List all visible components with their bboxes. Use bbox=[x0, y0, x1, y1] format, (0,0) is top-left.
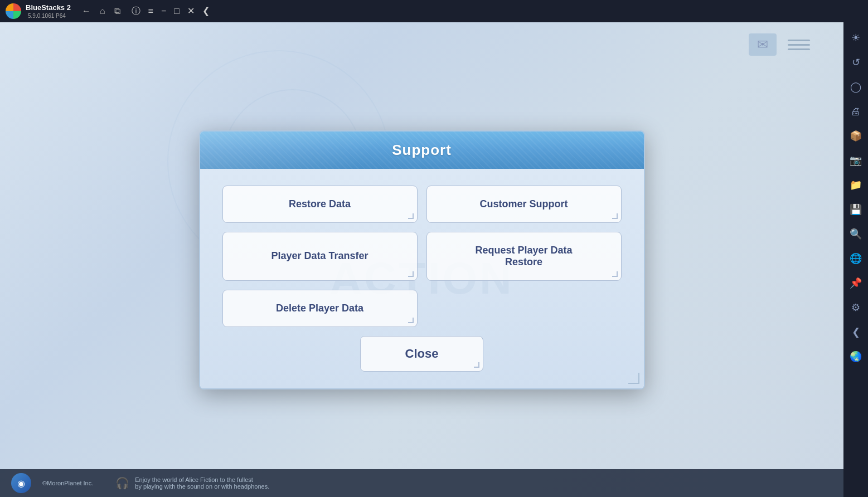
company-label: ©MoronPlanet Inc. bbox=[42, 480, 93, 486]
windows-icon[interactable]: ⧉ bbox=[114, 6, 120, 16]
customer-support-button[interactable]: Customer Support bbox=[426, 186, 622, 223]
close-button-row: Close bbox=[222, 336, 622, 372]
close-dialog-button[interactable]: Close bbox=[360, 336, 484, 372]
sidebar-icon-printer[interactable]: 🖨 bbox=[846, 101, 866, 121]
sidebar-icon-globe2[interactable]: 🌏 bbox=[846, 347, 866, 367]
buttons-grid: Restore Data Customer Support Player Dat… bbox=[222, 186, 622, 327]
dialog-overlay: Support ACTION Restore Data Customer Sup… bbox=[0, 22, 843, 497]
sidebar-icon-globe[interactable]: 🌐 bbox=[846, 248, 866, 269]
bottom-bar: ◉ ©MoronPlanet Inc. 🎧 Enjoy the world of… bbox=[0, 469, 843, 497]
app-logo bbox=[6, 3, 21, 19]
sidebar-icon-arrow[interactable]: ❮ bbox=[846, 322, 866, 342]
help-button[interactable]: ⓘ bbox=[132, 7, 140, 16]
nav-controls: ← ⌂ ⧉ bbox=[82, 6, 120, 16]
window-controls: ⓘ ≡ − □ ✕ ❮ bbox=[132, 7, 210, 16]
collapse-button[interactable]: ❮ bbox=[202, 7, 210, 16]
back-icon[interactable]: ← bbox=[82, 6, 91, 16]
right-sidebar: ☀ ↺ ◯ 🖨 📦 📷 📁 💾 🔍 🌐 📌 ⚙ ❮ 🌏 bbox=[843, 22, 868, 497]
sidebar-icon-camera[interactable]: 📷 bbox=[846, 150, 866, 170]
dialog-corner-br bbox=[628, 373, 639, 384]
sidebar-icon-1[interactable]: ☀ bbox=[846, 28, 866, 48]
sidebar-icon-disk[interactable]: 💾 bbox=[846, 199, 866, 220]
sidebar-icon-settings[interactable]: ⚙ bbox=[846, 298, 866, 318]
title-bar: BlueStacks 2 5.9.0.1061 P64 ← ⌂ ⧉ ⓘ ≡ − … bbox=[0, 0, 868, 22]
sidebar-icon-search[interactable]: 🔍 bbox=[846, 224, 866, 244]
close-button-titlebar[interactable]: ✕ bbox=[187, 7, 195, 16]
headphone-icon: 🎧 bbox=[115, 476, 129, 490]
dialog-body: ACTION Restore Data Customer Support Pla… bbox=[200, 169, 644, 388]
maximize-button[interactable]: □ bbox=[174, 7, 180, 16]
support-dialog: Support ACTION Restore Data Customer Sup… bbox=[199, 130, 645, 389]
headphone-section: 🎧 Enjoy the world of Alice Fiction to th… bbox=[115, 476, 269, 490]
app-name: BlueStacks 2 bbox=[26, 3, 71, 12]
app-version: 5.9.0.1061 P64 bbox=[28, 13, 71, 19]
menu-button[interactable]: ≡ bbox=[148, 7, 153, 16]
dialog-title: Support bbox=[211, 142, 633, 159]
restore-data-button[interactable]: Restore Data bbox=[222, 186, 418, 223]
sidebar-icon-package[interactable]: 📦 bbox=[846, 126, 866, 146]
sidebar-icon-pin[interactable]: 📌 bbox=[846, 273, 866, 293]
main-content: ✉ Support ACTION Restore Data Customer S… bbox=[0, 22, 843, 497]
bottom-description: Enjoy the world of Alice Fiction to the … bbox=[135, 476, 269, 490]
avatar-icon: ◉ bbox=[11, 473, 31, 493]
player-data-transfer-button[interactable]: Player Data Transfer bbox=[222, 232, 418, 281]
sidebar-icon-2[interactable]: ↺ bbox=[846, 52, 866, 72]
sidebar-icon-3[interactable]: ◯ bbox=[846, 77, 866, 97]
sidebar-icon-folder[interactable]: 📁 bbox=[846, 175, 866, 195]
home-icon[interactable]: ⌂ bbox=[100, 6, 105, 16]
request-player-data-restore-button[interactable]: Request Player Data Restore bbox=[426, 232, 622, 281]
minimize-button[interactable]: − bbox=[161, 7, 166, 16]
delete-player-data-button[interactable]: Delete Player Data bbox=[222, 290, 418, 327]
dialog-header: Support bbox=[200, 131, 644, 169]
